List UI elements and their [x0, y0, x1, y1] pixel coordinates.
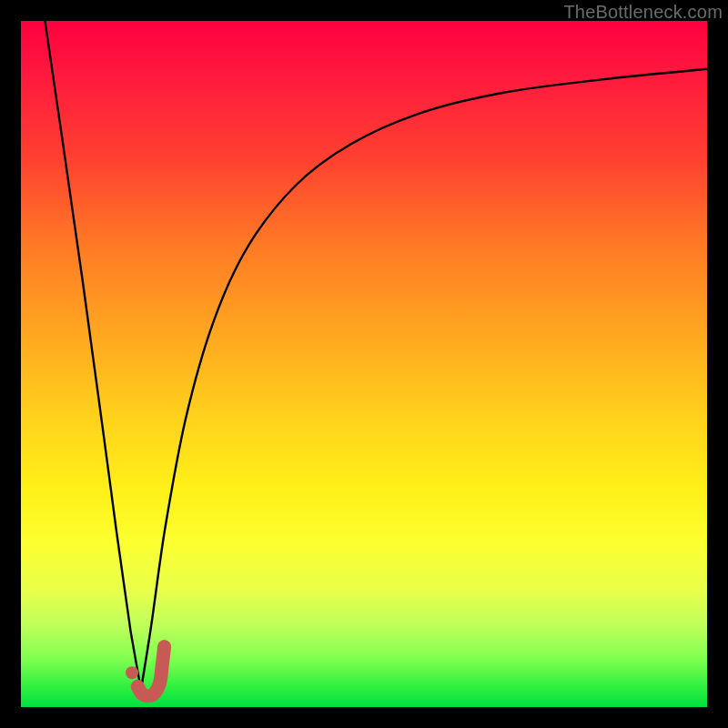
curve-right: [141, 69, 707, 690]
plot-area: [21, 21, 707, 707]
j-marker-hook: [137, 647, 164, 696]
chart-svg: [21, 21, 707, 707]
watermark-text: TheBottleneck.com: [563, 2, 723, 23]
j-marker-dot: [126, 666, 138, 679]
outer-frame: TheBottleneck.com: [0, 0, 728, 728]
curve-left: [45, 21, 140, 690]
